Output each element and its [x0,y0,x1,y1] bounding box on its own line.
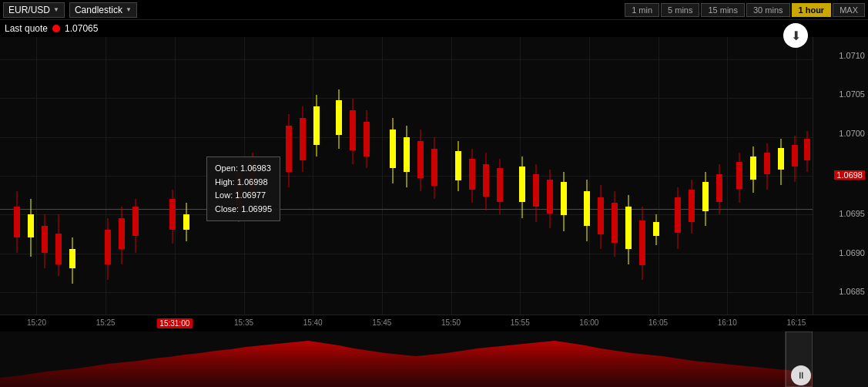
svg-rect-89 [792,145,798,167]
x-label-5: 15:45 [372,318,391,327]
svg-rect-49 [483,164,489,197]
svg-rect-87 [778,148,784,170]
svg-rect-1 [14,207,20,237]
download-button[interactable]: ⬇ [783,23,808,48]
mini-chart-svg [0,331,813,387]
svg-rect-75 [689,190,695,222]
svg-marker-92 [0,341,813,387]
svg-rect-61 [584,191,590,226]
btn-1min[interactable]: 1 min [625,3,659,17]
btn-max[interactable]: MAX [833,3,865,17]
svg-rect-91 [804,139,810,160]
download-icon: ⬇ [791,29,801,43]
svg-rect-3 [28,214,34,237]
svg-rect-25 [286,126,292,172]
quote-dot [52,25,60,32]
candles-svg [0,37,813,315]
btn-5mins[interactable]: 5 mins [661,3,699,17]
svg-rect-67 [625,207,632,249]
btn-30mins[interactable]: 30 mins [746,3,790,17]
svg-rect-23 [250,162,256,194]
price-label-4: 1.0695 [839,209,865,218]
svg-rect-15 [132,207,139,236]
pause-button[interactable]: ⏸ [791,365,811,385]
svg-rect-63 [598,197,604,234]
x-label-4: 15:40 [303,318,323,327]
price-label-1: 1.0710 [839,51,865,60]
svg-rect-39 [404,137,410,172]
price-label-3: 1.0700 [839,129,865,138]
svg-rect-59 [561,182,567,215]
svg-rect-31 [336,100,342,135]
svg-rect-69 [639,220,645,265]
quote-label: Last quote [5,23,48,34]
x-axis-main: 15:20 15:25 15:31:00 15:35 15:40 15:45 1… [0,315,813,332]
chart-type-dropdown[interactable]: Candlestick ▼ [69,2,137,18]
time-buttons-group: 1 min 5 mins 15 mins 30 mins 1 hour MAX [625,3,865,17]
svg-rect-81 [736,162,742,189]
x-label-6: 15:50 [441,318,461,327]
price-label-current: 1.0698 [834,170,865,180]
header-left: EUR/USD ▼ Candlestick ▼ [3,2,137,18]
x-label-7: 15:55 [511,318,530,327]
svg-rect-19 [183,214,189,230]
header-bar: EUR/USD ▼ Candlestick ▼ 1 min 5 mins 15 … [0,0,868,20]
mini-chart: ⏸ [0,331,813,387]
svg-rect-35 [364,122,370,156]
svg-rect-57 [547,180,553,214]
chart-main: Open: 1.06983 High: 1.06998 Low: 1.06977… [0,37,813,315]
price-label-5: 1.0690 [839,248,865,257]
x-label-highlighted: 15:31:00 [156,318,193,328]
svg-rect-51 [497,168,503,202]
svg-rect-13 [119,218,125,249]
x-label-2: 15:25 [96,318,116,327]
price-label-6: 1.0685 [839,287,865,296]
chart-wrapper: Open: 1.06983 High: 1.06998 Low: 1.06977… [0,37,868,315]
svg-rect-7 [55,234,62,264]
svg-rect-21 [236,172,242,209]
quote-value: 1.07065 [65,23,98,34]
mini-chart-wrapper: ⏸ [0,331,868,387]
btn-1hour[interactable]: 1 hour [792,3,832,17]
x-axis: 15:20 15:25 15:31:00 15:35 15:40 15:45 1… [0,315,868,331]
svg-rect-29 [313,106,320,145]
svg-rect-43 [431,149,437,186]
chart-type-label: Candlestick [75,5,122,15]
svg-rect-11 [105,230,111,264]
svg-rect-45 [455,151,461,180]
svg-rect-73 [675,197,681,233]
svg-rect-71 [653,222,659,236]
chart-type-arrow: ▼ [126,6,132,13]
svg-rect-55 [533,174,539,207]
mini-chart-pad [813,331,868,387]
svg-rect-17 [169,199,176,230]
svg-rect-41 [417,141,424,178]
svg-rect-85 [764,153,770,174]
price-axis: 1.0710 1.0705 1.0700 1.0698 1.0695 1.069… [813,37,868,315]
svg-rect-27 [300,118,306,160]
x-label-11: 16:15 [786,318,806,327]
svg-rect-83 [750,156,756,180]
svg-rect-33 [350,110,356,150]
x-label-9: 16:05 [648,318,668,327]
svg-rect-79 [716,174,722,202]
pair-dropdown[interactable]: EUR/USD ▼ [3,2,65,18]
x-label-8: 16:00 [579,318,598,327]
x-label-3: 15:35 [234,318,253,327]
x-label-10: 16:10 [718,318,737,327]
pause-icon: ⏸ [796,370,806,381]
svg-rect-47 [469,159,475,190]
svg-rect-77 [702,182,709,211]
svg-rect-65 [612,203,618,243]
price-label-2: 1.0705 [839,89,865,99]
pair-label: EUR/USD [8,5,50,15]
svg-rect-9 [69,249,75,268]
svg-rect-53 [519,167,525,202]
x-label-1: 15:20 [27,318,46,327]
btn-15mins[interactable]: 15 mins [701,3,745,17]
pair-dropdown-arrow: ▼ [53,6,59,13]
svg-rect-37 [390,130,396,168]
quote-bar: Last quote 1.07065 [0,20,868,37]
svg-rect-5 [42,226,48,253]
